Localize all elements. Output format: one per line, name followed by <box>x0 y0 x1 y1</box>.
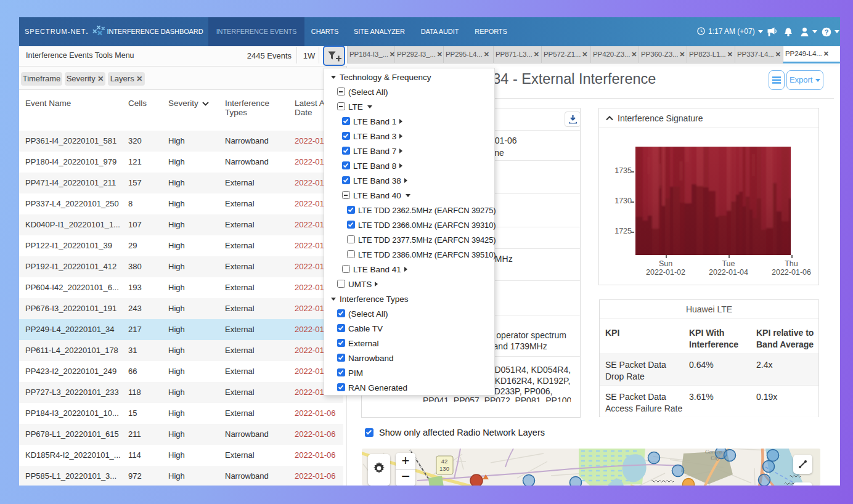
svg-text:City: City <box>711 455 720 461</box>
svg-text:42: 42 <box>441 458 448 465</box>
svg-text:Garden: Garden <box>705 449 722 455</box>
svg-text:?: ? <box>825 28 829 36</box>
svg-text:130: 130 <box>439 465 449 472</box>
